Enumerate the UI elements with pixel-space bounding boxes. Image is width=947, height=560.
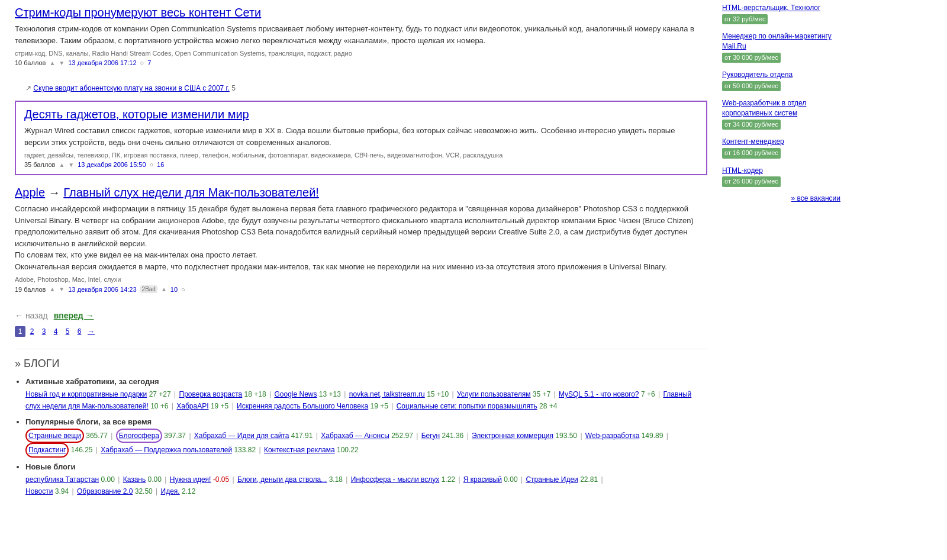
topic-user-services[interactable]: Услуги пользователям xyxy=(457,390,530,398)
blog-blogosphere[interactable]: Блогосфера xyxy=(119,432,159,440)
page-5[interactable]: 5 xyxy=(62,326,73,337)
all-jobs-link[interactable]: » все вакансии xyxy=(722,194,840,202)
comment-icon-gadgets: ○ xyxy=(150,161,154,168)
sidebar-job-1: HTML-верстальщик, Технолог от 32 руб/мес xyxy=(722,3,840,24)
topic-big-man[interactable]: Искренняя радость Большого Человека xyxy=(237,402,368,410)
page-4[interactable]: 4 xyxy=(50,326,61,337)
job-link-6[interactable]: HTML-кодер xyxy=(722,166,763,175)
blog-webdev[interactable]: Web-разработка xyxy=(585,432,639,440)
blog-category-new: Новые блоги республика Татарстан 0.00 | … xyxy=(25,462,707,498)
article-score: 10 баллов xyxy=(15,59,46,66)
article-date-apple[interactable]: 13 декабря 2006 14:23 xyxy=(68,286,136,293)
article-link-stream-codes[interactable]: Стрим-коды пронумеруют весь контент Сети xyxy=(15,6,261,19)
blog-kazan[interactable]: Казань xyxy=(123,475,146,484)
blog-infosphere[interactable]: Инфосфера - мысли вслух xyxy=(351,475,440,484)
article-comments-apple[interactable]: 10 xyxy=(170,286,178,293)
blog-habrasite[interactable]: Хабрахаб — Идеи для сайта xyxy=(194,432,289,440)
job-link-1[interactable]: HTML-верстальщик, Технолог xyxy=(722,4,820,12)
vote-down-icon[interactable]: ▼ xyxy=(59,60,65,66)
article-link-apple[interactable]: Главный слух недели для Мак-пользователе… xyxy=(63,186,319,199)
blog-begun[interactable]: Бегун xyxy=(421,432,440,440)
article-meta-apple: 19 баллов ▲ ▼ 13 декабря 2006 14:23 2Bad… xyxy=(15,285,707,293)
skype-score: 5 xyxy=(231,84,236,92)
article-meta-gadgets: 35 баллов ▲ ▼ 13 декабря 2006 15:50 ○ 16 xyxy=(24,161,698,168)
article-ten-gadgets: Десять гаджетов, которые изменили мир Жу… xyxy=(15,101,707,175)
topic-new-year[interactable]: Новый год и корпоративные подарки xyxy=(25,390,147,398)
page-2[interactable]: 2 xyxy=(27,326,37,337)
sidebar-job-5: Контент-менеджер от 16 000 руб/мес xyxy=(722,137,840,158)
page-1[interactable]: 1 xyxy=(15,326,25,337)
article-stream-codes: Стрим-коды пронумеруют весь контент Сети… xyxy=(15,6,707,73)
vote-up-icon-gadgets[interactable]: ▲ xyxy=(59,162,65,168)
page-3[interactable]: 3 xyxy=(38,326,49,337)
blog-category-active: Активные хабратопики, за сегодня Новый г… xyxy=(25,377,707,413)
nav-forward[interactable]: вперед → xyxy=(54,311,94,320)
article-title-gadgets: Десять гаджетов, которые изменили мир xyxy=(24,108,698,121)
blogs-list: Активные хабратопики, за сегодня Новый г… xyxy=(15,377,707,497)
article-title-apple: Apple → Главный слух недели для Мак-поль… xyxy=(15,186,707,199)
topic-age-check[interactable]: Проверка возраста xyxy=(179,390,243,398)
blog-strange-ideas[interactable]: Странные Идеи xyxy=(526,475,578,484)
sidebar: HTML-верстальщик, Технолог от 32 руб/мес… xyxy=(716,0,846,508)
job-link-5[interactable]: Контент-менеджер xyxy=(722,137,784,146)
article-link-gadgets[interactable]: Десять гаджетов, которые изменили мир xyxy=(24,108,249,121)
active-topics-items: Новый год и корпоративные подарки 27 +27… xyxy=(25,388,707,413)
comment-icon-apple: ○ xyxy=(181,286,185,293)
blog-news[interactable]: Новости xyxy=(25,487,53,495)
topic-habraapi[interactable]: ХабраAPI xyxy=(176,402,208,410)
skype-arrow: ↗ xyxy=(25,84,31,92)
blog-habra-support[interactable]: Хабрахаб — Поддержка пользователей xyxy=(101,446,232,454)
article-body-gadgets: Журнал Wired составил список гаджетов, к… xyxy=(24,125,698,148)
main-content: Стрим-коды пронумеруют весь контент Сети… xyxy=(6,0,716,508)
vote-up-icon[interactable]: ▲ xyxy=(49,60,55,66)
vote-up-icon-apple[interactable]: ▲ xyxy=(49,286,55,292)
blog-contextads[interactable]: Контекстная реклама xyxy=(264,446,335,454)
new-blogs-title: Новые блоги xyxy=(25,462,707,471)
blog-money-guns[interactable]: Блоги, деньги два ствола... xyxy=(237,475,327,484)
bad-vote-icon[interactable]: ▲ xyxy=(161,286,167,292)
salary-badge-6: от 26 000 руб/мес xyxy=(722,176,781,186)
skype-link[interactable]: Скупе вводит абонентскую плату на звонки… xyxy=(33,84,230,92)
job-link-3[interactable]: Руководитель отдела xyxy=(722,70,793,79)
bad-badge-apple: 2Bad xyxy=(140,285,157,293)
topic-mysql[interactable]: MySQL 5.1 - что нового? xyxy=(559,390,639,398)
nav-back[interactable]: ← назад xyxy=(15,311,48,320)
article-tags-apple: Adobe, Photoshop, Mac, Intel, слухи xyxy=(15,276,707,283)
article-comments[interactable]: 7 xyxy=(147,59,151,66)
article-date[interactable]: 13 декабря 2006 17:12 xyxy=(68,59,136,66)
article-comments-gadgets[interactable]: 16 xyxy=(157,161,164,168)
article-date-gadgets[interactable]: 13 декабря 2006 15:50 xyxy=(78,161,146,168)
vote-down-icon-gadgets[interactable]: ▼ xyxy=(68,162,74,168)
job-link-2[interactable]: Менеджер по онлайн-маркетингу Mail.Ru xyxy=(722,32,832,50)
blog-strange-things[interactable]: Странные вещи xyxy=(28,432,81,440)
blog-podcasting[interactable]: Подкастинг xyxy=(28,446,66,454)
blog-habra-anons[interactable]: Хабрахаб — Анонсы xyxy=(321,432,389,440)
job-link-4[interactable]: Web-разработчик в отдел корпоративных си… xyxy=(722,99,806,117)
blog-need-idea[interactable]: Нужна идея! xyxy=(170,475,211,484)
blog-ecommerce[interactable]: Электронная коммерция xyxy=(472,432,553,440)
blog-handsome[interactable]: Я красивый xyxy=(463,475,502,484)
blog-tatarstan[interactable]: республика Татарстан xyxy=(25,475,99,484)
vote-down-icon-apple[interactable]: ▼ xyxy=(59,286,65,292)
blogs-title: » БЛОГИ xyxy=(15,358,707,370)
article-apple: Apple → Главный слух недели для Мак-поль… xyxy=(15,186,707,300)
arrow-icon: → xyxy=(49,186,64,199)
topic-novka[interactable]: novka.net, talkstream.ru xyxy=(349,390,425,398)
article-tag-apple[interactable]: Apple xyxy=(15,186,45,199)
article-body-apple: Согласно инсайдерской информации в пятни… xyxy=(15,203,707,272)
salary-badge-2: от 30 000 руб/мес xyxy=(722,53,781,63)
blog-category-popular: Популярные блоги, за все время Странные … xyxy=(25,417,707,458)
sidebar-job-2: Менеджер по онлайн-маркетингу Mail.Ru от… xyxy=(722,31,840,63)
page-6[interactable]: 6 xyxy=(74,326,85,337)
page-next[interactable]: → xyxy=(86,326,96,337)
blog-idea[interactable]: Идея. xyxy=(161,487,180,495)
article-title-stream-codes: Стрим-коды пронумеруют весь контент Сети xyxy=(15,6,707,20)
circled-podcasting: Подкастинг xyxy=(25,443,69,457)
active-topics-title: Активные хабратопики, за сегодня xyxy=(25,377,707,386)
popular-blogs-title: Популярные блоги, за все время xyxy=(25,417,707,426)
popular-blogs-items: Странные вещи 365.77 | Блогосфера 397.37… xyxy=(25,429,707,458)
page-numbers: 1 2 3 4 5 6 → xyxy=(15,326,707,337)
topic-social-nets[interactable]: Социальные сети: попытки поразмышлять xyxy=(397,402,537,410)
blog-education[interactable]: Образование 2.0 xyxy=(77,487,133,495)
topic-google-news[interactable]: Google News xyxy=(274,390,317,398)
